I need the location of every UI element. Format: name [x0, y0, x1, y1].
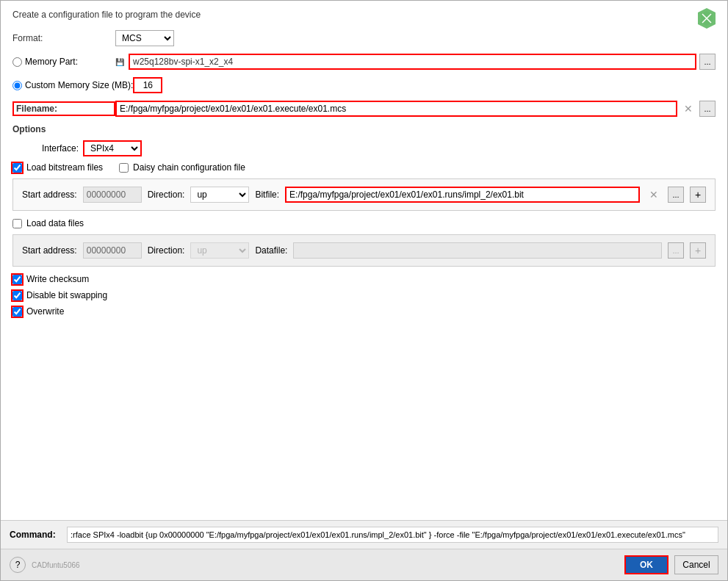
- load-bitstream-row: Load bitstream files Daisy chain configu…: [12, 162, 716, 173]
- filename-browse-button[interactable]: ...: [699, 101, 716, 117]
- interface-select[interactable]: SPIx4 SPIx1 SPIx2 SPIx8: [83, 140, 142, 156]
- dialog-footer: ? CADfuntu5066 OK Cancel: [1, 549, 727, 580]
- memory-part-icon: 💾: [115, 58, 124, 66]
- watermark: CADfuntu5066: [32, 561, 80, 569]
- bitstream-row: Start address: Direction: up down Bitfil…: [22, 187, 706, 203]
- custom-memory-row: Custom Memory Size (MB):: [12, 77, 716, 93]
- bitfile-input[interactable]: [285, 187, 640, 203]
- memory-part-browse-button[interactable]: ...: [699, 54, 716, 70]
- format-select[interactable]: MCS BIN HEX: [115, 30, 174, 46]
- memory-part-radio[interactable]: [12, 57, 22, 67]
- filename-label: Filename:: [12, 101, 115, 116]
- daisy-chain-label: Daisy chain configuration file: [133, 162, 245, 173]
- load-bitstream-label: Load bitstream files: [26, 162, 103, 173]
- footer-right: OK Cancel: [624, 555, 718, 574]
- bitfile-label: Bitfile:: [255, 190, 279, 200]
- overwrite-label: Overwrite: [26, 306, 64, 317]
- command-input[interactable]: [67, 527, 718, 543]
- data-subsection: Start address: Direction: up Datafile: .…: [12, 234, 716, 267]
- footer-left: ? CADfuntu5066: [10, 557, 80, 573]
- filename-row-content: ✕ ...: [115, 101, 716, 117]
- overwrite-row: Overwrite: [12, 306, 716, 317]
- write-checksum-label: Write checksum: [26, 274, 89, 284]
- ok-button[interactable]: OK: [624, 555, 668, 574]
- filename-clear-button[interactable]: ✕: [680, 101, 696, 117]
- datafile-browse-button: ...: [668, 242, 684, 259]
- datafile-label: Datafile:: [255, 245, 287, 256]
- write-checksum-checkbox[interactable]: [12, 275, 22, 284]
- interface-label: Interface:: [42, 143, 79, 154]
- bitfile-clear-button[interactable]: ✕: [646, 187, 662, 203]
- memory-part-label: Memory Part:: [25, 57, 78, 67]
- dialog-content: Create a configuration file to program t…: [1, 1, 727, 520]
- datafile-add-button: +: [690, 242, 706, 259]
- interface-row: Interface: SPIx4 SPIx1 SPIx2 SPIx8: [12, 140, 716, 156]
- overwrite-checkbox[interactable]: [12, 307, 22, 317]
- start-address-label: Start address:: [22, 190, 77, 200]
- direction2-label: Direction:: [148, 245, 185, 256]
- load-data-checkbox[interactable]: [12, 219, 22, 228]
- options-title: Options: [12, 124, 716, 134]
- custom-memory-input[interactable]: [133, 77, 162, 93]
- custom-memory-radio[interactable]: [12, 81, 22, 90]
- direction2-select: up: [190, 242, 249, 259]
- start-address2-label: Start address:: [22, 245, 77, 256]
- data-row: Start address: Direction: up Datafile: .…: [22, 242, 706, 259]
- disable-bit-swap-label: Disable bit swapping: [26, 290, 107, 300]
- disable-bit-swap-row: Disable bit swapping: [12, 290, 716, 300]
- help-button[interactable]: ?: [10, 557, 26, 573]
- xilinx-logo: [695, 7, 718, 32]
- memory-part-row-content: 💾 ...: [115, 54, 716, 70]
- cancel-button[interactable]: Cancel: [674, 555, 718, 574]
- disable-bit-swap-checkbox[interactable]: [12, 291, 22, 300]
- start-address-input[interactable]: [83, 187, 142, 203]
- filename-input[interactable]: [115, 101, 677, 117]
- load-data-row: Load data files: [12, 218, 716, 228]
- bitstream-subsection: Start address: Direction: up down Bitfil…: [12, 178, 716, 211]
- memory-part-input[interactable]: [129, 54, 696, 70]
- memory-part-row: Memory Part: 💾 ...: [12, 54, 716, 70]
- bitfile-add-button[interactable]: +: [690, 187, 706, 203]
- command-label: Command:: [10, 530, 61, 540]
- custom-memory-label: Custom Memory Size (MB):: [25, 80, 133, 90]
- format-row: Format: MCS BIN HEX: [12, 30, 716, 46]
- datafile-input: [293, 242, 662, 259]
- direction-select[interactable]: up down: [190, 187, 249, 203]
- start-address2-input: [83, 242, 142, 259]
- direction-label: Direction:: [148, 190, 185, 200]
- format-label: Format:: [12, 33, 115, 43]
- load-bitstream-checkbox[interactable]: [12, 163, 22, 173]
- main-dialog: Create a configuration file to program t…: [0, 0, 728, 581]
- write-checksum-row: Write checksum: [12, 274, 716, 284]
- load-data-label: Load data files: [26, 218, 84, 228]
- subtitle: Create a configuration file to program t…: [12, 10, 716, 20]
- filename-row: Filename: ✕ ...: [12, 101, 716, 117]
- command-row: Command:: [1, 520, 727, 549]
- daisy-chain-checkbox[interactable]: [119, 163, 129, 173]
- bitfile-browse-button[interactable]: ...: [668, 187, 684, 203]
